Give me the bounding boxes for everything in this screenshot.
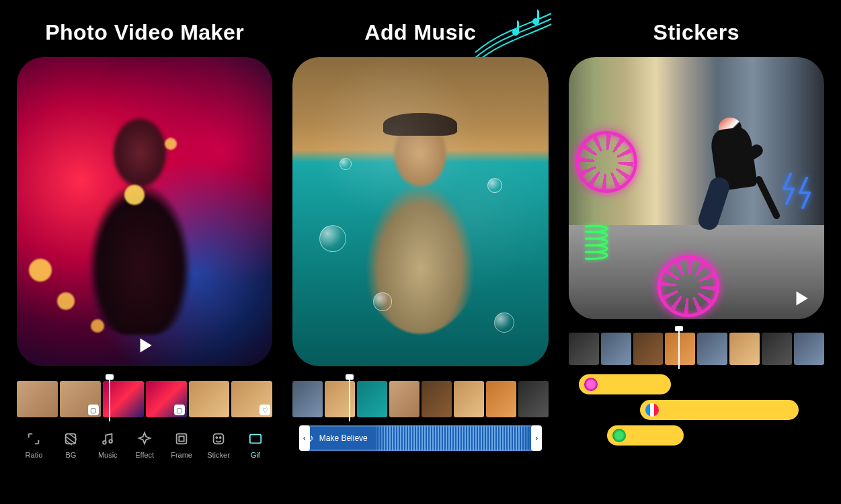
timeline-thumb[interactable] xyxy=(762,333,792,365)
svg-point-2 xyxy=(103,441,106,444)
editor-toolbar: Ratio BG Music Effect Frame Sticker xyxy=(17,431,272,459)
tool-ratio[interactable]: Ratio xyxy=(17,431,51,459)
timeline-strip[interactable] xyxy=(292,381,548,417)
timeline-thumb[interactable] xyxy=(486,381,516,417)
svg-rect-5 xyxy=(179,436,184,441)
panel-title: Photo Video Maker xyxy=(45,20,244,45)
frame-icon xyxy=(173,431,190,447)
neon-spring-sticker[interactable] xyxy=(581,222,620,263)
timeline-playhead[interactable] xyxy=(678,329,680,369)
bokeh-dot xyxy=(165,138,177,150)
tool-label: Frame xyxy=(171,451,192,459)
tool-music[interactable]: Music xyxy=(91,431,125,459)
thumb-tag-square-icon: ▢ xyxy=(88,405,99,415)
tool-label: Sticker xyxy=(207,451,230,459)
svg-point-3 xyxy=(110,439,113,443)
play-icon xyxy=(136,337,153,354)
timeline-thumb[interactable] xyxy=(422,381,452,417)
timeline-thumb[interactable] xyxy=(601,333,631,365)
sticker-lane xyxy=(569,425,824,446)
svg-point-8 xyxy=(220,437,221,438)
sticker-icon xyxy=(210,431,227,447)
panel-title: Stickers xyxy=(653,20,740,45)
panel-photo-video-maker: Photo Video Maker ▢ ▢ ♡ Ratio xyxy=(17,20,272,484)
bubble-overlay xyxy=(494,312,514,333)
timeline-thumb[interactable] xyxy=(518,381,549,417)
sticker-chip-icon xyxy=(584,378,598,391)
thumb-tag-square-icon: ▢ xyxy=(174,405,185,415)
music-trim-handle-right[interactable]: › xyxy=(531,425,542,451)
timeline-strip[interactable]: ▢ ▢ ♡ xyxy=(17,381,272,417)
timeline-thumb[interactable]: ♡ xyxy=(231,381,272,417)
timeline-thumb[interactable]: ▢ xyxy=(146,381,187,417)
svg-rect-4 xyxy=(177,434,187,444)
bg-icon xyxy=(63,431,79,447)
timeline-thumb[interactable] xyxy=(454,381,484,417)
tool-gif[interactable]: Gif xyxy=(238,431,272,459)
portrait-silhouette xyxy=(353,119,487,334)
neon-wheel-sticker[interactable] xyxy=(575,131,637,193)
tool-bg[interactable]: BG xyxy=(54,431,88,459)
music-track[interactable]: ‹ ♪ Make Believe › xyxy=(301,425,541,451)
neon-lightning-sticker[interactable] xyxy=(781,171,816,212)
bokeh-dot xyxy=(29,259,52,282)
timeline-thumb[interactable] xyxy=(389,381,419,417)
tool-sticker[interactable]: Sticker xyxy=(202,431,236,459)
tool-label: Effect xyxy=(135,451,154,459)
music-waveform xyxy=(373,425,532,451)
tool-frame[interactable]: Frame xyxy=(165,431,199,459)
timeline-playhead[interactable] xyxy=(109,377,110,421)
timeline-thumb[interactable] xyxy=(569,333,599,365)
timeline-thumb[interactable] xyxy=(697,333,727,365)
panel-title: Add Music xyxy=(364,20,476,45)
timeline-thumb[interactable] xyxy=(729,333,760,365)
timeline-thumb[interactable] xyxy=(189,381,230,417)
timeline-thumb[interactable] xyxy=(357,381,387,417)
preview-photo-video[interactable] xyxy=(17,57,272,366)
bubble-overlay xyxy=(339,158,352,170)
tool-label: BG xyxy=(65,451,76,459)
tool-effect[interactable]: Effect xyxy=(128,431,162,459)
bubble-overlay xyxy=(487,178,502,193)
effect-icon xyxy=(136,431,153,447)
timeline-playhead[interactable] xyxy=(349,377,350,421)
timeline-thumb[interactable] xyxy=(633,333,664,365)
sticker-chip[interactable] xyxy=(579,374,671,394)
portrait-silhouette xyxy=(79,113,200,335)
svg-marker-0 xyxy=(141,339,151,351)
preview-add-music[interactable] xyxy=(292,57,548,366)
play-button[interactable] xyxy=(789,287,812,310)
timeline-thumb[interactable]: ▢ xyxy=(60,381,101,417)
timeline-thumb[interactable] xyxy=(292,381,323,417)
sticker-chip-icon xyxy=(645,403,659,417)
timeline-thumb[interactable] xyxy=(325,381,355,417)
timeline-thumb[interactable] xyxy=(17,381,58,417)
tool-label: Ratio xyxy=(26,451,43,459)
ratio-icon xyxy=(26,431,42,447)
music-trim-handle-left[interactable]: ‹ xyxy=(299,425,310,451)
sticker-lane xyxy=(569,400,824,420)
gif-icon xyxy=(247,431,264,447)
neon-wheel-sticker[interactable] xyxy=(657,255,719,317)
timeline-thumb[interactable] xyxy=(794,333,824,365)
hat-shape xyxy=(383,113,457,136)
tool-label: Gif xyxy=(251,451,260,459)
music-track-name: Make Believe xyxy=(319,433,368,443)
svg-marker-10 xyxy=(797,292,807,304)
thumb-tag-heart-icon: ♡ xyxy=(259,405,270,415)
panel-stickers: Stickers xyxy=(569,20,824,484)
timeline-thumb[interactable] xyxy=(665,333,695,365)
preview-stickers[interactable] xyxy=(569,57,824,319)
sticker-chip-icon xyxy=(612,429,626,442)
sticker-chip[interactable] xyxy=(607,425,684,446)
timeline-strip[interactable] xyxy=(569,333,824,365)
svg-rect-9 xyxy=(250,435,262,444)
bokeh-dot xyxy=(91,319,104,333)
sticker-chip[interactable] xyxy=(640,400,799,420)
sticker-lanes xyxy=(569,374,824,446)
svg-point-7 xyxy=(216,437,217,438)
play-button[interactable] xyxy=(133,334,156,357)
sticker-lane xyxy=(569,374,824,394)
rider-figure xyxy=(686,115,780,249)
play-icon xyxy=(792,290,809,307)
